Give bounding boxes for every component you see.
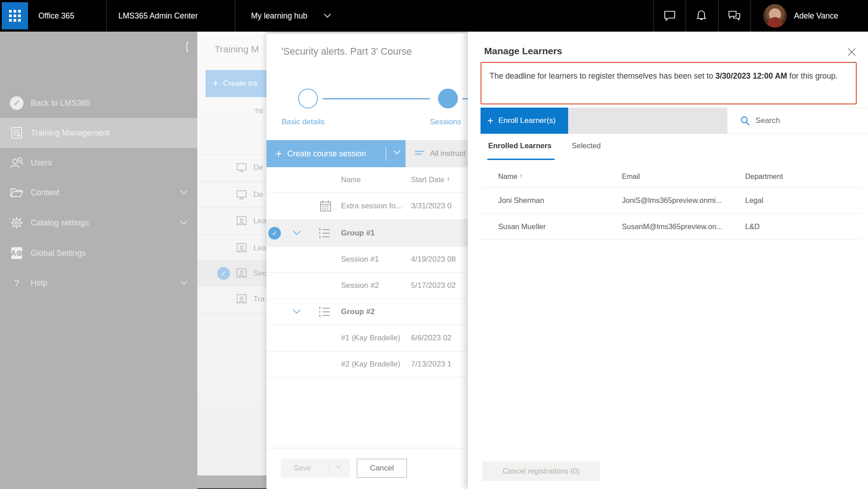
chevron-down-icon[interactable] [293,230,301,235]
chevron-down-icon [180,190,187,195]
row-divider [481,240,862,240]
search-box[interactable] [727,108,868,134]
admin-center-link[interactable]: LMS365 Admin Center [118,0,198,32]
plus-icon: + [275,147,282,160]
course-dialog-title: 'Security alerts. Part 3' Course [281,46,412,57]
chevron-down-icon[interactable] [316,0,339,32]
session-date: 4/19/2023 08 [411,255,456,264]
session-row[interactable]: Session #2 5/17/2023 02 [266,272,474,298]
calendar-icon [320,200,331,212]
enroll-learners-button[interactable]: + Enroll Learner(s) [481,108,568,134]
tab-selected[interactable]: Selected [572,141,601,150]
monitor-icon [236,190,247,200]
chevron-down-icon[interactable] [293,309,301,314]
session-row[interactable]: #1 (Kay Bradelle) 6/6/2023 02 [266,324,474,351]
tab-enrolled-learners[interactable]: Enrolled Learners [488,141,551,150]
step-basic-details-label[interactable]: Basic details [281,118,324,127]
office-365-link[interactable]: Office 365 [38,0,74,32]
learner-row[interactable]: Susan Mueller SusanM@lms365preview.on...… [468,213,868,240]
step-sessions-circle[interactable] [438,89,458,108]
selected-check-icon[interactable]: ✓ [268,227,281,240]
create-training-label: Create tra [223,79,257,88]
notice-text: The deadline for learners to register th… [490,71,715,80]
learner-row[interactable]: Joni Sherman JoniS@lms365preview.onmi...… [468,187,868,213]
cancel-button[interactable]: Cancel [357,459,407,478]
department-column-header[interactable]: Department [745,173,783,181]
session-date: 3/31/2023 0 [411,202,452,211]
name-column-header[interactable]: Name ↑ [498,173,523,181]
save-button[interactable]: Save [281,459,350,478]
start-date-column-header[interactable]: Start Date ↑ [411,175,450,184]
group-row[interactable]: Group #2 [266,298,474,324]
topbar-divider [718,0,719,32]
row-label: Lea [253,244,266,253]
filter-lines-icon [415,150,425,157]
sidebar-item-help[interactable]: ? Help [0,268,197,298]
chevron-down-icon[interactable] [335,465,342,469]
table-row[interactable]: Lea [197,207,266,234]
sidebar-nav: ⟨ ✓ Back to LMS365 Training Management U… [0,32,197,489]
cancel-registrations-button[interactable]: Cancel registrations (0) [482,461,600,481]
table-row[interactable]: De [197,154,266,180]
top-bar: Office 365 LMS365 Admin Center My learni… [0,0,868,32]
sidebar-item-catalog-settings[interactable]: Catalog settings [0,208,197,238]
topbar-divider [751,0,751,32]
chat-icon[interactable] [658,0,681,32]
email-column-header[interactable]: Email [622,173,640,181]
users-icon [10,157,23,169]
step-connector [322,98,430,99]
cancel-registrations-label: Cancel registrations (0) [503,467,580,475]
session-name: Session #1 [341,255,379,264]
user-name[interactable]: Adele Vance [794,0,838,32]
session-row[interactable]: #2 (Kay Bradelle) 7/13/2023 1 [266,351,474,377]
monitor-icon [236,163,247,173]
sidebar-item-training-management[interactable]: Training Management [0,118,197,148]
table-row[interactable]: De [197,181,266,207]
notice-deadline: 3/30/2023 12:00 AM [715,71,787,80]
create-training-button[interactable]: + Create tra [205,70,266,97]
sidebar-item-users[interactable]: Users [0,148,197,178]
sidebar-item-content[interactable]: Content [0,178,197,207]
table-row[interactable]: Tra [197,286,266,312]
instructor-filter-dropdown[interactable]: All instruct [406,140,470,167]
sidebar-item-label: Users [31,158,52,168]
admin-a-icon: A⚙ [10,247,23,259]
sidebar-item-back-to-lms365[interactable]: ✓ Back to LMS365 [0,88,197,118]
row-label: De [253,163,263,172]
plus-icon: + [487,115,493,127]
learning-hub-menu[interactable]: My learning hub [251,0,308,32]
table-row-selected[interactable]: ✓ Sec [197,261,266,286]
active-tab-indicator [487,159,555,160]
create-course-session-button[interactable]: + Create course session [266,140,406,167]
filter-label: All instruct [430,149,465,158]
name-column-header[interactable]: Name [341,175,361,184]
sidebar-collapse-icon[interactable]: ⟨ [185,40,189,54]
search-input[interactable] [756,116,855,125]
row-label: De [253,190,263,199]
feedback-icon[interactable] [723,0,746,32]
step-basic-details-circle[interactable] [298,89,318,108]
learner-department: Legal [745,196,763,205]
group-name: Group #2 [341,307,375,316]
topbar-divider [653,0,654,32]
panel-title: Manage Learners [484,46,562,56]
user-avatar[interactable] [763,4,787,28]
session-row[interactable]: Session #1 4/19/2023 08 [266,246,474,272]
row-label: Lea [253,216,266,226]
sidebar-item-label: Help [31,278,47,288]
sidebar-item-label: Global Settings [31,249,86,258]
table-row[interactable]: Lea [197,235,266,261]
app-launcher-button[interactable] [2,2,28,29]
chevron-down-icon[interactable] [393,150,401,155]
sidebar-item-label: Catalog settings [31,218,89,228]
step-sessions-label[interactable]: Sessions [430,118,461,127]
selected-check-icon[interactable]: ✓ [217,267,230,280]
close-icon[interactable] [844,44,860,60]
group-row-selected[interactable]: ✓ Group #1 [266,219,474,246]
session-row[interactable]: Extra session fo... 3/31/2023 0 [266,192,474,219]
sidebar-item-global-settings[interactable]: A⚙ Global Settings [0,238,197,268]
row-label: Tra [253,295,265,304]
cancel-label: Cancel [370,464,394,473]
notice-text: for this group. [787,71,838,80]
bell-icon[interactable] [690,0,713,32]
